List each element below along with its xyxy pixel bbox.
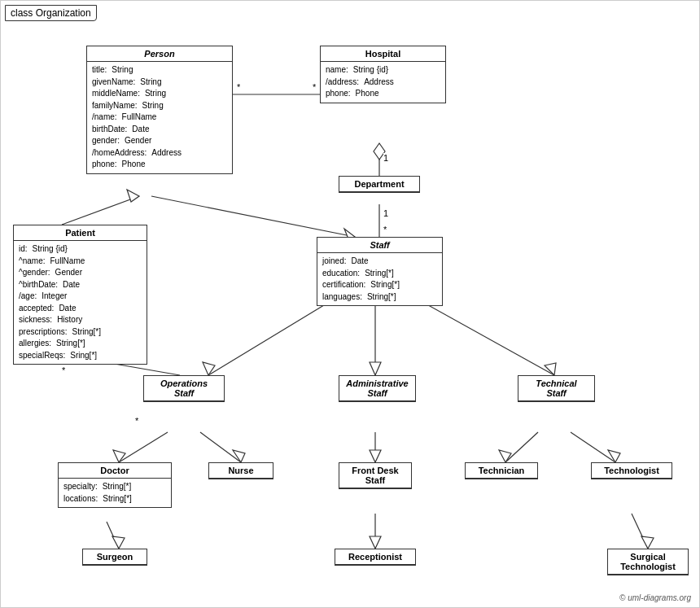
title-text: class Organization: [11, 7, 91, 19]
class-technician: Technician: [465, 462, 538, 479]
svg-marker-24: [608, 450, 620, 462]
class-technical-staff: TechnicalStaff: [518, 375, 595, 402]
diagram-title: class Organization: [5, 5, 97, 21]
class-department: Department: [339, 176, 420, 193]
class-patient: Patient id:String {id} ^name:FullName ^g…: [13, 225, 147, 365]
patient-name: Patient: [14, 225, 147, 241]
mult-dept-star: *: [383, 225, 387, 234]
svg-marker-14: [545, 363, 556, 375]
class-nurse: Nurse: [208, 462, 273, 479]
staff-name: Staff: [317, 238, 442, 253]
svg-line-13: [408, 294, 554, 375]
svg-marker-10: [203, 362, 215, 375]
svg-marker-26: [112, 536, 125, 549]
hospital-name: Hospital: [321, 46, 445, 62]
svg-marker-20: [370, 450, 381, 462]
staff-attrs: joined:Date education:String[*] certific…: [317, 253, 442, 305]
hospital-attrs: name:String {id} /address:Address phone:…: [321, 62, 445, 103]
class-technologist: Technologist: [591, 462, 672, 479]
mult-patient-star: *: [62, 365, 65, 375]
svg-marker-30: [641, 536, 654, 549]
class-front-desk-staff: Front DeskStaff: [339, 462, 412, 489]
class-operations-staff: OperationsStaff: [143, 375, 225, 402]
person-name: Person: [87, 46, 232, 62]
administrative-staff-name: AdministrativeStaff: [339, 376, 415, 401]
front-desk-staff-name: Front DeskStaff: [339, 463, 411, 488]
mult-hospital-person: *: [313, 82, 316, 92]
svg-line-23: [571, 432, 615, 462]
svg-line-29: [632, 514, 648, 549]
svg-marker-18: [233, 450, 245, 462]
technical-staff-name: TechnicalStaff: [518, 376, 594, 401]
diagram-container: class Organization: [0, 0, 700, 608]
class-staff: Staff joined:Date education:String[*] ce…: [317, 237, 443, 306]
svg-line-25: [107, 522, 119, 549]
copyright: © uml-diagrams.org: [619, 593, 691, 602]
svg-marker-28: [370, 536, 381, 549]
person-attrs: title:String givenName:String middleName…: [87, 62, 232, 173]
svg-line-9: [208, 294, 343, 375]
svg-marker-16: [113, 450, 125, 462]
mult-person-hospital: *: [237, 82, 240, 92]
class-receptionist: Receptionist: [335, 549, 416, 566]
nurse-name: Nurse: [209, 463, 273, 479]
class-doctor: Doctor specialty:String[*] locations:Str…: [58, 462, 172, 508]
mult-hospital-dept: 1: [383, 153, 388, 163]
mult-dept-1: 1: [383, 208, 388, 218]
class-surgeon: Surgeon: [82, 549, 147, 566]
technologist-name: Technologist: [592, 463, 672, 479]
svg-marker-12: [370, 362, 381, 375]
doctor-name: Doctor: [59, 463, 171, 479]
patient-attrs: id:String {id} ^name:FullName ^gender:Ge…: [14, 241, 147, 364]
svg-line-21: [505, 432, 538, 462]
class-hospital: Hospital name:String {id} /address:Addre…: [320, 46, 446, 103]
class-administrative-staff: AdministrativeStaff: [339, 375, 416, 402]
class-surgical-technologist: SurgicalTechnologist: [607, 549, 689, 575]
svg-marker-5: [127, 190, 139, 202]
department-name: Department: [339, 177, 419, 192]
svg-line-15: [119, 432, 168, 462]
svg-line-6: [151, 196, 355, 237]
operations-staff-name: OperationsStaff: [144, 376, 224, 401]
svg-line-17: [200, 432, 241, 462]
receptionist-name: Receptionist: [335, 549, 415, 565]
surgical-technologist-name: SurgicalTechnologist: [608, 549, 688, 575]
svg-marker-22: [499, 450, 511, 462]
svg-line-4: [62, 196, 139, 225]
mult-ops-star: *: [135, 416, 138, 426]
technician-name: Technician: [466, 463, 537, 479]
doctor-attrs: specialty:String[*] locations:String[*]: [59, 479, 171, 507]
class-person: Person title:String givenName:String mid…: [86, 46, 233, 174]
surgeon-name: Surgeon: [83, 549, 147, 565]
